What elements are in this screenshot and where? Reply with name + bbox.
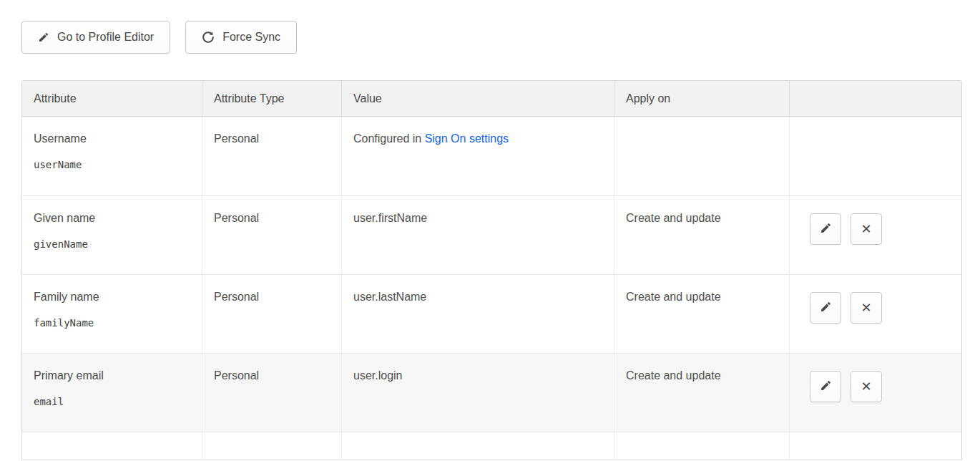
actions-cell [790, 117, 961, 195]
attribute-variable-name: email [34, 396, 190, 407]
header-actions [790, 81, 961, 116]
value-text: Configured in [353, 132, 425, 145]
attribute-label: Family name [34, 291, 190, 304]
go-to-profile-editor-label: Go to Profile Editor [57, 31, 154, 44]
attribute-type-cell: Personal [202, 196, 342, 274]
pencil-icon [820, 301, 832, 315]
pencil-icon [820, 379, 832, 394]
attribute-label: Username [34, 132, 190, 145]
attribute-label: Primary email [34, 369, 190, 382]
attribute-cell: Username userName [22, 117, 202, 195]
actions-cell: ✕ [790, 354, 961, 432]
attribute-cell [22, 432, 202, 460]
header-value: Value [342, 81, 614, 116]
attribute-variable-name: userName [34, 159, 190, 170]
attribute-type-cell [202, 432, 342, 460]
attribute-type-cell: Personal [202, 354, 342, 432]
attribute-cell: Given name givenName [22, 196, 202, 274]
value-cell: user.firstName [342, 196, 614, 274]
close-icon: ✕ [861, 223, 871, 236]
table-row: Given name givenName Personal user.first… [22, 195, 961, 274]
value-cell: user.lastName [342, 275, 614, 353]
actions-cell: ✕ [790, 196, 961, 274]
table-row-partial [22, 432, 961, 460]
attribute-type-cell: Personal [202, 275, 342, 353]
force-sync-label: Force Sync [222, 31, 280, 44]
header-attribute: Attribute [22, 81, 202, 116]
delete-attribute-button[interactable]: ✕ [851, 371, 882, 402]
actions-cell [790, 432, 961, 460]
pencil-icon [38, 31, 49, 43]
attribute-label: Given name [34, 212, 190, 225]
attribute-variable-name: familyName [34, 317, 190, 329]
attribute-type-cell: Personal [202, 117, 342, 195]
sign-on-settings-link[interactable]: Sign On settings [425, 132, 509, 145]
edit-attribute-button[interactable] [810, 292, 841, 324]
header-apply-on: Apply on [614, 81, 790, 116]
apply-on-cell [614, 117, 790, 195]
delete-attribute-button[interactable]: ✕ [851, 213, 882, 245]
table-header-row: Attribute Attribute Type Value Apply on [22, 81, 961, 117]
apply-on-cell: Create and update [614, 275, 790, 353]
value-cell: user.login [342, 354, 614, 432]
apply-on-cell: Create and update [614, 196, 790, 274]
value-cell: Configured in Sign On settings [342, 117, 614, 195]
close-icon: ✕ [861, 301, 871, 314]
actions-cell: ✕ [790, 275, 961, 353]
attribute-cell: Primary email email [22, 354, 202, 432]
go-to-profile-editor-button[interactable]: Go to Profile Editor [21, 21, 170, 54]
apply-on-cell [614, 432, 790, 460]
pencil-icon [820, 222, 832, 236]
refresh-icon [202, 31, 215, 44]
toolbar: Go to Profile Editor Force Sync [21, 21, 980, 54]
table-row: Family name familyName Personal user.las… [22, 274, 961, 353]
table-row: Primary email email Personal user.login … [22, 353, 961, 432]
edit-attribute-button[interactable] [810, 213, 841, 245]
value-cell [342, 432, 614, 460]
attribute-variable-name: givenName [34, 238, 190, 250]
close-icon: ✕ [861, 380, 871, 393]
header-attribute-type: Attribute Type [202, 81, 342, 116]
apply-on-cell: Create and update [614, 354, 790, 432]
attribute-mappings-table: Attribute Attribute Type Value Apply on … [21, 80, 962, 460]
table-row: Username userName Personal Configured in… [22, 117, 961, 195]
delete-attribute-button[interactable]: ✕ [851, 292, 882, 324]
attribute-cell: Family name familyName [22, 275, 202, 353]
force-sync-button[interactable]: Force Sync [185, 21, 297, 54]
edit-attribute-button[interactable] [810, 371, 841, 402]
